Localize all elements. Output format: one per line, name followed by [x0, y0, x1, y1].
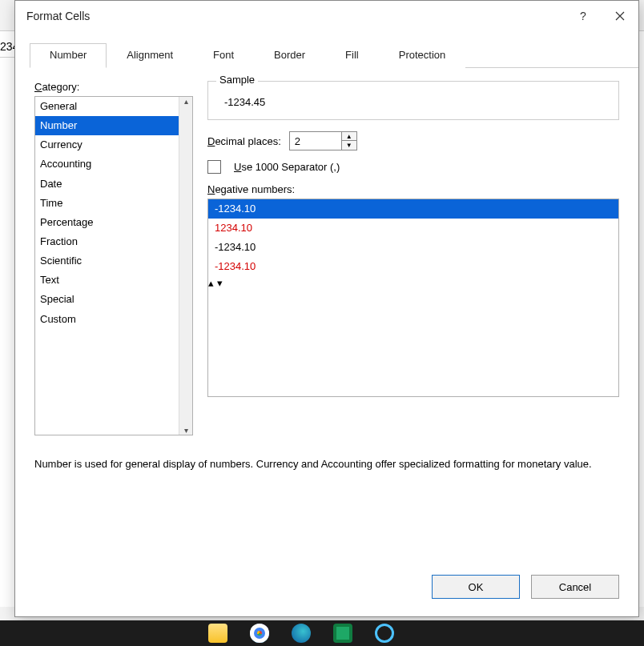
close-icon — [615, 11, 625, 21]
scroll-up-icon: ▴ — [208, 277, 214, 289]
spinner-down-button[interactable]: ▼ — [342, 141, 356, 150]
description-text: Number is used for general display of nu… — [34, 456, 619, 472]
category-item[interactable]: Custom — [35, 310, 192, 329]
scroll-down-icon: ▾ — [217, 277, 223, 289]
number-pane: Category: GeneralNumberCurrencyAccountin… — [15, 68, 638, 560]
dialog-footer: OK Cancel — [15, 560, 638, 616]
button-label: OK — [469, 581, 484, 593]
negative-number-item[interactable]: -1234.10 — [208, 238, 618, 257]
file-explorer-icon[interactable] — [208, 624, 227, 643]
category-item[interactable]: Fraction — [35, 232, 192, 251]
decimal-places-row: Decimal places: ▲ ▼ — [207, 131, 619, 150]
category-item[interactable]: Currency — [35, 135, 192, 154]
category-item[interactable]: Special — [35, 290, 192, 309]
edge-icon[interactable] — [292, 624, 311, 643]
scroll-down-icon: ▾ — [184, 426, 188, 435]
cancel-button[interactable]: Cancel — [531, 575, 619, 599]
background-cell-value: 234 — [0, 38, 16, 58]
spinner-up-button[interactable]: ▲ — [342, 132, 356, 141]
taskbar[interactable] — [0, 620, 644, 646]
category-item[interactable]: Date — [35, 175, 192, 194]
tab-fill[interactable]: Fill — [325, 43, 379, 68]
tab-alignment[interactable]: Alignment — [107, 43, 193, 68]
tab-font[interactable]: Font — [193, 43, 254, 68]
decimal-places-input[interactable] — [290, 132, 341, 150]
tab-protection[interactable]: Protection — [379, 43, 466, 68]
tab-label: Number — [50, 49, 87, 61]
category-listbox[interactable]: GeneralNumberCurrencyAccountingDateTimeP… — [34, 96, 193, 435]
category-label: Category: — [34, 81, 193, 93]
button-label: Cancel — [559, 581, 591, 593]
decimal-places-spinner[interactable]: ▲ ▼ — [289, 131, 357, 150]
app-icon[interactable] — [375, 624, 394, 643]
scrollbar[interactable]: ▴ ▾ — [179, 97, 192, 435]
category-item[interactable]: Text — [35, 271, 192, 290]
dialog-title: Format Cells — [26, 10, 90, 22]
dialog-titlebar[interactable]: Format Cells ? — [15, 1, 638, 31]
category-item[interactable]: Percentage — [35, 213, 192, 232]
category-item[interactable]: Number — [35, 116, 192, 135]
help-icon: ? — [580, 10, 586, 22]
ok-button[interactable]: OK — [432, 575, 520, 599]
category-item[interactable]: General — [35, 97, 192, 116]
negative-numbers-listbox[interactable]: -1234.101234.10-1234.10-1234.10 ▴ ▾ — [207, 199, 619, 397]
category-item[interactable]: Scientific — [35, 251, 192, 271]
scroll-up-icon: ▴ — [184, 97, 188, 106]
negative-number-item[interactable]: 1234.10 — [208, 219, 618, 238]
category-column: Category: GeneralNumberCurrencyAccountin… — [34, 81, 193, 435]
category-item[interactable]: Accounting — [35, 154, 192, 174]
sample-label: Sample — [216, 74, 258, 86]
separator-checkbox[interactable] — [207, 160, 221, 174]
tab-label: Fill — [345, 49, 359, 61]
negative-number-item[interactable]: -1234.10 — [208, 199, 618, 219]
close-button[interactable] — [602, 1, 638, 31]
format-cells-dialog: Format Cells ? Number Alignment Font Bor… — [14, 0, 639, 617]
sample-value: -1234.45 — [218, 96, 609, 108]
category-item[interactable]: Time — [35, 194, 192, 213]
sample-frame: Sample -1234.45 — [207, 81, 619, 120]
negative-numbers-label: Negative numbers: — [207, 183, 619, 195]
negative-number-item[interactable]: -1234.10 — [208, 257, 618, 276]
tab-label: Protection — [399, 49, 446, 61]
options-column: Sample -1234.45 Decimal places: ▲ ▼ — [207, 81, 619, 435]
tab-bar: Number Alignment Font Border Fill Protec… — [30, 42, 638, 68]
decimal-places-label: Decimal places: — [207, 135, 281, 147]
tab-label: Alignment — [127, 49, 173, 61]
separator-row[interactable]: Use 1000 Separator (,) — [207, 160, 619, 174]
tab-border[interactable]: Border — [254, 43, 325, 68]
tab-label: Border — [274, 49, 305, 61]
tab-number[interactable]: Number — [30, 43, 107, 68]
excel-icon[interactable] — [333, 624, 352, 643]
help-button[interactable]: ? — [565, 1, 602, 31]
chrome-icon[interactable] — [250, 624, 269, 643]
separator-label: Use 1000 Separator (,) — [234, 161, 340, 173]
scrollbar[interactable]: ▴ ▾ — [208, 277, 618, 289]
tab-label: Font — [213, 49, 234, 61]
